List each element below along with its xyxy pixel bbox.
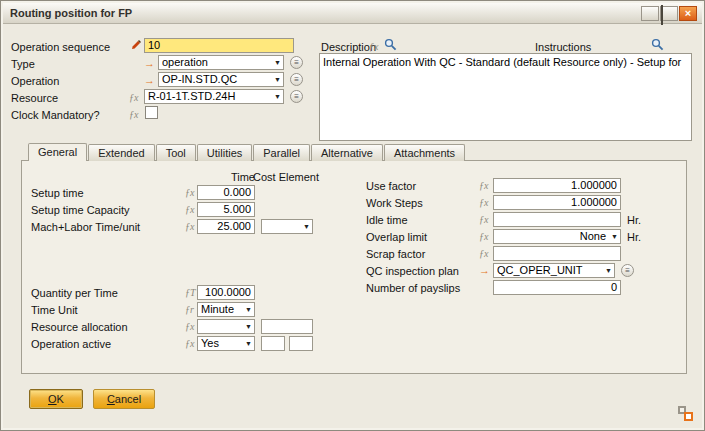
formula-icon: ƒx [185, 204, 194, 215]
link-arrow-icon[interactable]: → [144, 74, 155, 86]
type-label: Type [11, 58, 35, 70]
dropdown-caret-icon: ▼ [245, 323, 252, 331]
dropdown-caret-icon: ▼ [274, 93, 281, 101]
overlap-limit-unit: Hr. [627, 231, 641, 243]
titlebar[interactable]: Routing position for FP × [3, 3, 702, 24]
formula-icon: ƒx [129, 92, 138, 103]
dropdown-caret-icon: ▼ [245, 340, 252, 348]
tab-alternative[interactable]: Alternative [311, 144, 383, 161]
zoom-icon[interactable] [384, 38, 397, 51]
resource-value: R-01-1T.STD.24H [148, 90, 271, 103]
description-label: Description [321, 41, 376, 53]
formula-icon: ƒx [185, 321, 194, 332]
resource-allocation-extra-field[interactable] [261, 319, 313, 334]
tab-general[interactable]: General [28, 143, 87, 161]
setup-time-label: Setup time [31, 187, 84, 199]
link-arrow-icon[interactable]: → [144, 57, 155, 69]
setup-time-capacity-field[interactable]: 5.000 [197, 202, 255, 217]
operation-value: OP-IN.STD.QC [162, 73, 271, 86]
operation-dropdown[interactable]: OP-IN.STD.QC ▼ [158, 72, 284, 87]
type-dropdown[interactable]: operation ▼ [158, 55, 284, 70]
tab-tool[interactable]: Tool [156, 144, 196, 161]
choose-from-list-icon[interactable]: ≡ [290, 56, 303, 69]
quantity-per-time-label: Quantity per Time [31, 287, 118, 299]
operation-active-to-field[interactable] [289, 336, 313, 351]
tab-attachments[interactable]: Attachments [384, 144, 465, 161]
resize-grid-icon[interactable] [678, 406, 693, 421]
time-column-header: Time [197, 171, 255, 183]
dropdown-caret-icon: ▼ [611, 233, 618, 241]
tab-parallel[interactable]: Parallel [253, 144, 310, 161]
operation-active-label: Operation active [31, 338, 111, 350]
setup-time-field[interactable]: 0.000 [197, 185, 255, 200]
maximize-icon [661, 5, 663, 25]
operation-label: Operation [11, 75, 59, 87]
minimize-button[interactable] [641, 6, 659, 21]
overlap-limit-value: None [497, 230, 608, 243]
time-unit-label: Time Unit [31, 304, 78, 316]
number-of-payslips-field[interactable]: 0 [493, 280, 621, 295]
zoom-icon[interactable] [651, 38, 664, 51]
window-title: Routing position for FP [10, 7, 132, 19]
operation-active-dropdown[interactable]: Yes ▼ [197, 336, 255, 351]
dropdown-caret-icon: ▼ [605, 267, 612, 275]
qc-inspection-plan-dropdown[interactable]: QC_OPER_UNIT ▼ [493, 263, 615, 278]
idle-time-unit: Hr. [627, 214, 641, 226]
dropdown-caret-icon: ▼ [245, 306, 252, 314]
quantity-per-time-field[interactable]: 100.0000 [197, 285, 255, 300]
resource-label: Resource [11, 92, 58, 104]
ok-button[interactable]: OK [29, 389, 83, 409]
time-unit-dropdown[interactable]: Minute ▼ [197, 302, 255, 317]
tab-extended[interactable]: Extended [88, 144, 154, 161]
operation-sequence-field[interactable]: 10 [144, 38, 294, 53]
use-factor-label: Use factor [366, 180, 416, 192]
choose-from-list-icon[interactable]: ≡ [621, 264, 634, 277]
choose-from-list-icon[interactable]: ≡ [290, 90, 303, 103]
close-button[interactable]: × [679, 6, 697, 21]
mach-labor-time-field[interactable]: 25.000 [197, 219, 255, 234]
formula-icon: ƒx [369, 41, 378, 52]
cost-element-dropdown[interactable]: ▼ [261, 219, 313, 234]
formula-icon: ƒT [185, 287, 196, 298]
link-arrow-icon[interactable]: → [479, 264, 490, 276]
scrap-factor-label: Scrap factor [366, 248, 425, 260]
cancel-button[interactable]: Cancel [93, 389, 155, 409]
resource-allocation-label: Resource allocation [31, 321, 128, 333]
dropdown-caret-icon: ▼ [274, 59, 281, 67]
operation-active-value: Yes [201, 337, 242, 350]
instructions-label: Instructions [535, 41, 591, 53]
cost-element-column-header: Cost Element [249, 171, 323, 183]
formula-icon: ƒx [479, 214, 488, 225]
type-value: operation [162, 56, 271, 69]
formula-icon: ƒx [479, 248, 488, 259]
formula-icon: ƒx [479, 231, 488, 242]
resource-allocation-dropdown[interactable]: ▼ [197, 319, 255, 334]
tab-utilities[interactable]: Utilities [197, 144, 252, 161]
idle-time-field[interactable] [493, 212, 621, 227]
mach-labor-time-label: Mach+Labor Time/unit [31, 221, 140, 233]
qc-inspection-plan-label: QC inspection plan [366, 265, 459, 277]
choose-from-list-icon[interactable]: ≡ [290, 73, 303, 86]
work-steps-field[interactable]: 1.000000 [493, 195, 621, 210]
formula-icon: ƒx [479, 197, 488, 208]
formula-icon: ƒx [479, 180, 488, 191]
overlap-limit-dropdown[interactable]: None ▼ [493, 229, 621, 244]
operation-active-from-field[interactable] [261, 336, 285, 351]
dropdown-caret-icon: ▼ [274, 76, 281, 84]
dropdown-caret-icon: ▼ [303, 223, 310, 231]
overlap-limit-label: Overlap limit [366, 231, 427, 243]
idle-time-label: Idle time [366, 214, 408, 226]
formula-icon: ƒx [185, 338, 194, 349]
operation-sequence-label: Operation sequence [11, 41, 110, 53]
resource-dropdown[interactable]: R-01-1T.STD.24H ▼ [144, 89, 284, 104]
formula-icon: ƒx [129, 109, 138, 120]
scrap-factor-field[interactable] [493, 246, 621, 261]
maximize-button[interactable] [660, 6, 678, 21]
description-textarea[interactable]: Internal Operation With QC - Standard (d… [319, 53, 692, 141]
formula-icon: ƒr [185, 304, 194, 315]
use-factor-field[interactable]: 1.000000 [493, 178, 621, 193]
time-unit-value: Minute [201, 303, 242, 316]
formula-icon: ƒx [185, 221, 194, 232]
setup-time-capacity-label: Setup time Capacity [31, 204, 129, 216]
clock-mandatory-checkbox[interactable] [145, 106, 158, 119]
